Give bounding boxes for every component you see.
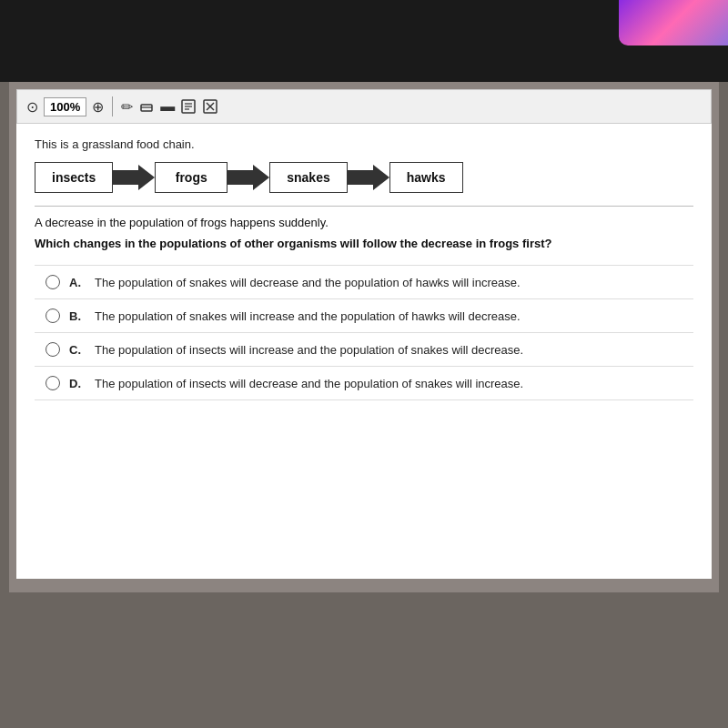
search-icon[interactable]: ⊙ [26,98,38,116]
arrow-3 [348,165,389,190]
toolbar-separator-1 [112,96,113,116]
radio-a[interactable] [46,275,60,289]
food-chain-frogs: frogs [155,162,228,193]
zoom-in-icon[interactable]: ⊕ [92,98,104,116]
highlight-icon[interactable]: ▬ [160,98,175,115]
option-a-letter: A. [69,276,86,289]
top-bar-accent [619,0,728,46]
option-c[interactable]: C. The population of insects will increa… [35,332,693,366]
arrow-2 [228,165,269,190]
close-icon[interactable] [202,98,218,115]
note-icon[interactable] [180,98,197,115]
radio-b[interactable] [46,308,60,323]
radio-d[interactable] [46,376,60,390]
eraser-icon[interactable] [138,98,155,115]
option-a-text: The population of snakes will decrease a… [95,276,682,289]
food-chain-hawks: hawks [389,162,463,193]
arrow-1 [113,165,155,190]
food-chain-insects: insects [35,162,113,193]
option-d-letter: D. [69,377,86,390]
emphasis-text: A decrease in the population of frogs ha… [35,216,693,229]
zoom-level: 100% [44,97,86,116]
option-a[interactable]: A. The population of snakes will decreas… [35,265,693,298]
option-b-text: The population of snakes will increase a… [95,309,682,323]
intro-text: This is a grassland food chain. [35,137,693,151]
option-d[interactable]: D. The population of insects will decrea… [35,366,693,400]
top-bar [0,0,728,82]
answer-options: A. The population of snakes will decreas… [35,265,693,400]
monitor-frame: ⊙ 100% ⊕ ✏ ▬ This is a grassland food ch… [9,82,719,592]
pencil-icon[interactable]: ✏ [121,98,133,116]
food-chain-snakes: snakes [269,162,347,193]
option-b-letter: B. [69,309,86,323]
option-c-letter: C. [69,343,86,357]
option-c-text: The population of insects will increase … [95,343,682,357]
food-chain-diagram: insects frogs snakes hawks [35,162,693,193]
content-area: This is a grassland food chain. insects … [16,124,712,579]
option-b[interactable]: B. The population of snakes will increas… [35,298,693,332]
divider-1 [35,206,693,207]
option-d-text: The population of insects will decrease … [95,377,682,390]
question-text: Which changes in the populations of othe… [35,237,693,250]
radio-c[interactable] [46,342,60,357]
toolbar: ⊙ 100% ⊕ ✏ ▬ [16,89,712,124]
